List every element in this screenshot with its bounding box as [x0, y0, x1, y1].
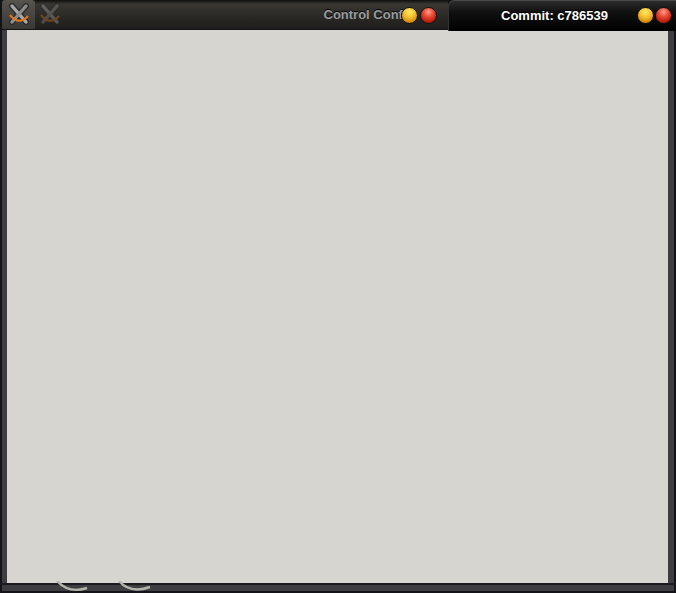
active-window-title: Commit: c786539 — [478, 8, 631, 23]
app-icon — [8, 3, 30, 25]
app-icon — [39, 3, 61, 25]
titlebar-strip: Control Config Commit: c786539 — [0, 0, 676, 30]
background-logo-curves — [45, 581, 165, 593]
inactive-titlebar[interactable]: Control Config — [35, 0, 448, 29]
behind-window-corner[interactable] — [2, 0, 35, 29]
close-button[interactable] — [420, 7, 437, 24]
minimize-button[interactable] — [401, 7, 418, 24]
close-button[interactable] — [655, 7, 672, 24]
minimize-button[interactable] — [637, 7, 654, 24]
active-titlebar[interactable]: Commit: c786539 — [448, 0, 676, 31]
dialog-body — [7, 30, 668, 584]
window: Control Config Commit: c786539 Commit: c… — [0, 0, 676, 593]
